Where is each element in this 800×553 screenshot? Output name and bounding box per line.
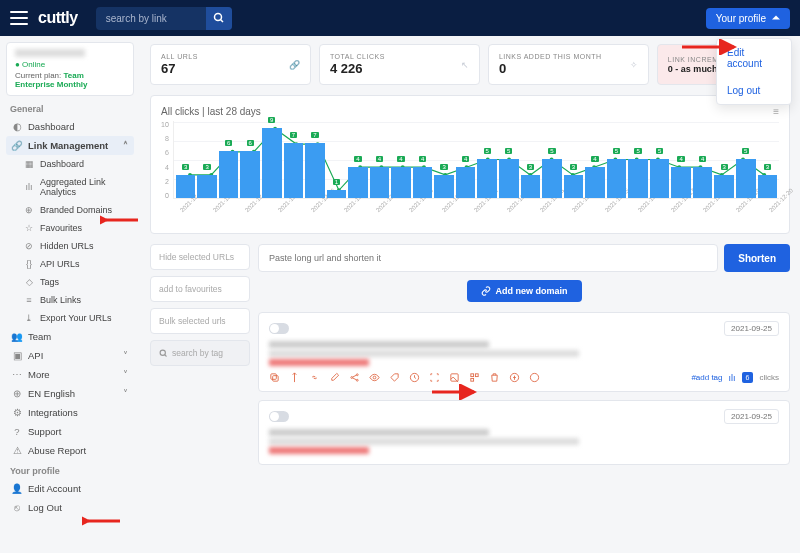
image-icon[interactable] [449, 372, 460, 383]
sidebar-api[interactable]: ▣API˅ [6, 346, 134, 365]
url-card: 2021-09-25 [258, 312, 790, 392]
clicks-count: 6 [742, 372, 754, 383]
bulk-selected-button[interactable]: Bulk selected urls [150, 308, 250, 334]
svg-rect-32 [273, 376, 279, 382]
svg-rect-42 [471, 378, 474, 381]
chevron-up-icon [772, 14, 780, 22]
twitter-icon[interactable] [529, 372, 540, 383]
svg-point-37 [373, 376, 376, 379]
svg-rect-33 [271, 374, 277, 380]
sidebar-integrations[interactable]: ⚙Integrations [6, 403, 134, 422]
tag-icon: ◇ [24, 277, 34, 287]
code-icon: {} [24, 259, 34, 269]
chevron-up-icon: ˄ [123, 140, 128, 151]
sidebar-sub-branded[interactable]: ⊕Branded Domains [6, 201, 134, 219]
copy-icon[interactable] [269, 372, 280, 383]
download-icon: ⤓ [24, 313, 34, 323]
search-icon [159, 349, 168, 358]
qr-icon[interactable] [469, 372, 480, 383]
sidebar-sub-tags[interactable]: ◇Tags [6, 273, 134, 291]
sidebar-lang[interactable]: ⊕EN English˅ [6, 384, 134, 403]
chart-title: All clicks | last 28 days [161, 106, 261, 117]
facebook-icon[interactable] [509, 372, 520, 383]
chart-icon: ılı [24, 182, 34, 192]
stat-total-clicks: TOTAL CLICKS4 226 ↖ [319, 44, 480, 85]
chart-card: All clicks | last 28 days ≡ 1086420 3366… [150, 95, 790, 234]
help-icon: ? [12, 427, 22, 437]
svg-line-31 [165, 354, 167, 356]
logout-link[interactable]: Log out [717, 77, 791, 104]
edit-icon[interactable] [329, 372, 340, 383]
section-profile: Your profile [10, 466, 130, 476]
stat-all-urls: ALL URLS67 🔗 [150, 44, 311, 85]
scan-icon[interactable] [429, 372, 440, 383]
shorten-input[interactable] [258, 244, 718, 272]
svg-line-1 [220, 20, 223, 23]
add-domain-button[interactable]: Add new domain [467, 280, 582, 302]
sidebar-team[interactable]: 👥Team [6, 327, 134, 346]
sidebar-edit-account[interactable]: 👤Edit Account [6, 479, 134, 498]
svg-rect-41 [475, 374, 478, 377]
edit-account-link[interactable]: Edit account [717, 39, 791, 77]
menu-icon[interactable] [10, 11, 28, 25]
url-date: 2021-09-25 [724, 409, 779, 424]
clock-icon[interactable] [409, 372, 420, 383]
sidebar-dashboard[interactable]: ◐Dashboard [6, 117, 134, 136]
svg-rect-39 [451, 374, 458, 381]
list-icon: ≡ [24, 295, 34, 305]
search-tag-button[interactable]: search by tag [150, 340, 250, 366]
hide-selected-button[interactable]: Hide selected URLs [150, 244, 250, 270]
chevron-down-icon: ˅ [123, 388, 128, 399]
hide-icon[interactable] [369, 372, 380, 383]
svg-point-0 [214, 14, 221, 21]
sidebar-link-management[interactable]: 🔗Link Management˄ [6, 136, 134, 155]
sidebar-sub-api-urls[interactable]: {}API URLs [6, 255, 134, 273]
eye-off-icon: ⊘ [24, 241, 34, 251]
search-icon [213, 12, 225, 24]
shorten-button[interactable]: Shorten [724, 244, 790, 272]
url-date: 2021-09-25 [724, 321, 779, 336]
profile-dropdown: Edit account Log out [716, 38, 792, 105]
add-tag-link[interactable]: #add tag [691, 373, 722, 382]
users-icon: 👥 [12, 332, 22, 342]
search-input[interactable] [96, 7, 206, 30]
sidebar-support[interactable]: ?Support [6, 422, 134, 441]
link-icon: 🔗 [12, 141, 22, 151]
svg-point-35 [356, 374, 358, 376]
sidebar-sub-dashboard[interactable]: ▦Dashboard [6, 155, 134, 173]
tag-icon[interactable] [389, 372, 400, 383]
sidebar-sub-export[interactable]: ⤓Export Your URLs [6, 309, 134, 327]
svg-rect-40 [471, 374, 474, 377]
sidebar-sub-hidden[interactable]: ⊘Hidden URLs [6, 237, 134, 255]
share-icon[interactable] [349, 372, 360, 383]
dots-icon: ⋯ [12, 370, 22, 380]
sidebar-sub-aggregated[interactable]: ılıAggregated Link Analytics [6, 173, 134, 201]
chevron-down-icon: ˅ [123, 369, 128, 380]
gauge-icon: ◐ [12, 122, 22, 132]
grid-icon: ▦ [24, 159, 34, 169]
sidebar-sub-bulk[interactable]: ≡Bulk Links [6, 291, 134, 309]
url-toggle[interactable] [269, 411, 289, 422]
sidebar-more[interactable]: ⋯More˅ [6, 365, 134, 384]
search-button[interactable] [206, 7, 232, 30]
profile-button[interactable]: Your profile [706, 8, 790, 29]
url-card: 2021-09-25 [258, 400, 790, 465]
sidebar-sub-favourites[interactable]: ☆Favourites [6, 219, 134, 237]
chart-menu-icon[interactable]: ≡ [773, 106, 779, 117]
sidebar-logout[interactable]: ⎋Log Out [6, 498, 134, 517]
add-favourites-button[interactable]: add to favourites [150, 276, 250, 302]
trash-icon[interactable] [489, 372, 500, 383]
terminal-icon: ▣ [12, 351, 22, 361]
chevron-down-icon: ˅ [123, 350, 128, 361]
svg-point-44 [530, 373, 538, 381]
url-toggle[interactable] [269, 323, 289, 334]
section-general: General [10, 104, 130, 114]
unlink-icon[interactable] [309, 372, 320, 383]
plan-card: ● Online Current plan: Team Enterprise M… [6, 42, 134, 96]
logout-icon: ⎋ [12, 503, 22, 513]
brand-logo: cuttly [38, 9, 78, 27]
star-icon: ☆ [24, 223, 34, 233]
compass-icon: ✧ [630, 60, 638, 70]
attach-icon[interactable] [289, 372, 300, 383]
sidebar-abuse[interactable]: ⚠Abuse Report [6, 441, 134, 460]
